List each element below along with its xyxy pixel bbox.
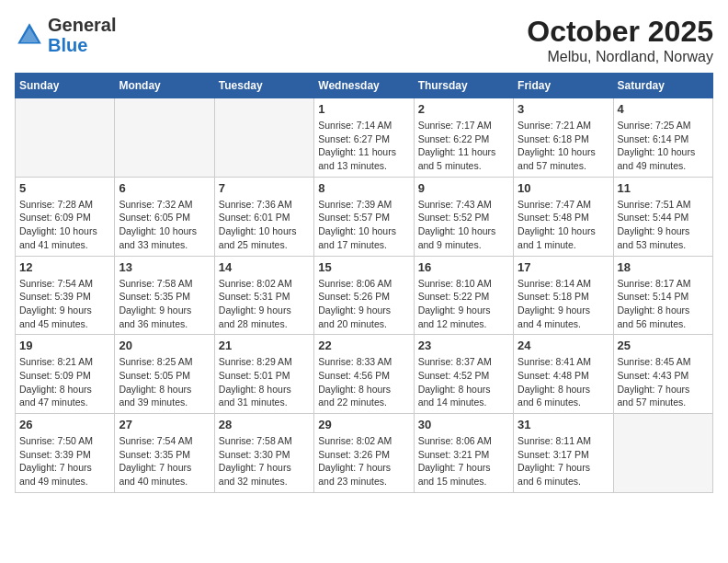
calendar-cell: 17Sunrise: 8:14 AM Sunset: 5:18 PM Dayli… [514,256,613,335]
calendar-cell: 24Sunrise: 8:41 AM Sunset: 4:48 PM Dayli… [514,335,613,414]
day-info: Sunrise: 7:50 AM Sunset: 3:39 PM Dayligh… [19,434,110,488]
calendar-cell: 22Sunrise: 8:33 AM Sunset: 4:56 PM Dayli… [314,335,414,414]
calendar-cell: 18Sunrise: 8:17 AM Sunset: 5:14 PM Dayli… [613,256,712,335]
day-number: 30 [418,418,509,431]
calendar-cell: 9Sunrise: 7:43 AM Sunset: 5:52 PM Daylig… [414,177,513,256]
calendar-cell: 26Sunrise: 7:50 AM Sunset: 3:39 PM Dayli… [16,414,115,493]
logo-text: General Blue [48,15,116,55]
day-info: Sunrise: 8:11 AM Sunset: 3:17 PM Dayligh… [518,434,609,488]
day-info: Sunrise: 7:32 AM Sunset: 6:05 PM Dayligh… [119,198,210,252]
calendar-cell: 23Sunrise: 8:37 AM Sunset: 4:52 PM Dayli… [414,335,513,414]
calendar-cell: 8Sunrise: 7:39 AM Sunset: 5:57 PM Daylig… [314,177,414,256]
day-number: 29 [318,418,409,431]
day-number: 6 [119,181,210,195]
day-number: 8 [318,181,409,195]
day-info: Sunrise: 8:21 AM Sunset: 5:09 PM Dayligh… [19,355,110,409]
day-info: Sunrise: 7:39 AM Sunset: 5:57 PM Dayligh… [318,198,409,252]
calendar-cell: 20Sunrise: 8:25 AM Sunset: 5:05 PM Dayli… [115,335,214,414]
day-number: 11 [618,181,709,195]
logo: General Blue [15,15,116,55]
calendar-cell: 11Sunrise: 7:51 AM Sunset: 5:44 PM Dayli… [613,177,712,256]
page-header: General Blue October 2025 Melbu, Nordlan… [15,15,713,65]
calendar-week-row: 19Sunrise: 8:21 AM Sunset: 5:09 PM Dayli… [16,335,713,414]
calendar-week-row: 12Sunrise: 7:54 AM Sunset: 5:39 PM Dayli… [16,256,713,335]
day-info: Sunrise: 8:37 AM Sunset: 4:52 PM Dayligh… [418,355,509,409]
day-info: Sunrise: 8:14 AM Sunset: 5:18 PM Dayligh… [518,277,609,331]
weekday-header-thursday: Thursday [414,74,513,98]
day-number: 26 [19,418,110,431]
day-number: 1 [318,102,409,116]
calendar-cell: 7Sunrise: 7:36 AM Sunset: 6:01 PM Daylig… [214,177,313,256]
day-number: 7 [219,181,310,195]
day-number: 31 [518,418,609,431]
calendar-cell: 15Sunrise: 8:06 AM Sunset: 5:26 PM Dayli… [314,256,414,335]
title-area: October 2025 Melbu, Nordland, Norway [527,15,713,65]
calendar-cell [214,98,313,178]
day-info: Sunrise: 8:06 AM Sunset: 5:26 PM Dayligh… [318,277,409,331]
calendar-cell: 25Sunrise: 8:45 AM Sunset: 4:43 PM Dayli… [613,335,712,414]
day-number: 14 [219,260,310,274]
calendar-cell: 1Sunrise: 7:14 AM Sunset: 6:27 PM Daylig… [314,98,414,178]
calendar-week-row: 5Sunrise: 7:28 AM Sunset: 6:09 PM Daylig… [16,177,713,256]
day-info: Sunrise: 8:45 AM Sunset: 4:43 PM Dayligh… [618,355,709,409]
calendar-cell: 31Sunrise: 8:11 AM Sunset: 3:17 PM Dayli… [514,414,613,493]
weekday-header-row: SundayMondayTuesdayWednesdayThursdayFrid… [16,74,713,98]
day-number: 27 [119,418,210,431]
day-number: 17 [518,260,609,274]
day-number: 16 [418,260,509,274]
day-info: Sunrise: 8:02 AM Sunset: 3:26 PM Dayligh… [318,434,409,488]
day-number: 20 [119,339,210,352]
calendar-cell [115,98,214,178]
day-number: 9 [418,181,509,195]
day-number: 13 [119,260,210,274]
weekday-header-friday: Friday [514,74,613,98]
month-title: October 2025 [527,15,713,49]
calendar-cell: 5Sunrise: 7:28 AM Sunset: 6:09 PM Daylig… [16,177,115,256]
calendar-cell: 10Sunrise: 7:47 AM Sunset: 5:48 PM Dayli… [514,177,613,256]
day-number: 2 [418,102,509,116]
day-number: 24 [518,339,609,352]
weekday-header-tuesday: Tuesday [214,74,313,98]
weekday-header-monday: Monday [115,74,214,98]
day-info: Sunrise: 7:36 AM Sunset: 6:01 PM Dayligh… [219,198,310,252]
day-info: Sunrise: 7:54 AM Sunset: 5:39 PM Dayligh… [19,277,110,331]
weekday-header-wednesday: Wednesday [314,74,414,98]
weekday-header-sunday: Sunday [16,74,115,98]
day-info: Sunrise: 8:10 AM Sunset: 5:22 PM Dayligh… [418,277,509,331]
day-info: Sunrise: 7:58 AM Sunset: 3:30 PM Dayligh… [219,434,310,488]
day-number: 10 [518,181,609,195]
calendar-cell: 30Sunrise: 8:06 AM Sunset: 3:21 PM Dayli… [414,414,513,493]
calendar-week-row: 1Sunrise: 7:14 AM Sunset: 6:27 PM Daylig… [16,98,713,178]
day-info: Sunrise: 8:17 AM Sunset: 5:14 PM Dayligh… [618,277,709,331]
calendar-cell: 29Sunrise: 8:02 AM Sunset: 3:26 PM Dayli… [314,414,414,493]
location-title: Melbu, Nordland, Norway [527,49,713,65]
day-info: Sunrise: 8:29 AM Sunset: 5:01 PM Dayligh… [219,355,310,409]
day-number: 18 [618,260,709,274]
calendar-cell: 19Sunrise: 8:21 AM Sunset: 5:09 PM Dayli… [16,335,115,414]
day-number: 15 [318,260,409,274]
day-info: Sunrise: 7:28 AM Sunset: 6:09 PM Dayligh… [19,198,110,252]
day-info: Sunrise: 7:43 AM Sunset: 5:52 PM Dayligh… [418,198,509,252]
calendar-cell: 3Sunrise: 7:21 AM Sunset: 6:18 PM Daylig… [514,98,613,178]
calendar-cell [16,98,115,178]
day-info: Sunrise: 7:54 AM Sunset: 3:35 PM Dayligh… [119,434,210,488]
calendar-table: SundayMondayTuesdayWednesdayThursdayFrid… [15,73,713,493]
calendar-cell: 28Sunrise: 7:58 AM Sunset: 3:30 PM Dayli… [214,414,313,493]
day-number: 25 [618,339,709,352]
day-number: 19 [19,339,110,352]
calendar-cell: 21Sunrise: 8:29 AM Sunset: 5:01 PM Dayli… [214,335,313,414]
calendar-cell: 13Sunrise: 7:58 AM Sunset: 5:35 PM Dayli… [115,256,214,335]
calendar-cell: 16Sunrise: 8:10 AM Sunset: 5:22 PM Dayli… [414,256,513,335]
day-number: 28 [219,418,310,431]
day-number: 23 [418,339,509,352]
day-number: 21 [219,339,310,352]
calendar-cell [613,414,712,493]
calendar-week-row: 26Sunrise: 7:50 AM Sunset: 3:39 PM Dayli… [16,414,713,493]
calendar-cell: 27Sunrise: 7:54 AM Sunset: 3:35 PM Dayli… [115,414,214,493]
day-number: 12 [19,260,110,274]
day-info: Sunrise: 7:21 AM Sunset: 6:18 PM Dayligh… [518,119,609,173]
day-info: Sunrise: 7:14 AM Sunset: 6:27 PM Dayligh… [318,119,409,173]
calendar-cell: 12Sunrise: 7:54 AM Sunset: 5:39 PM Dayli… [16,256,115,335]
logo-icon [15,20,44,50]
day-number: 5 [19,181,110,195]
